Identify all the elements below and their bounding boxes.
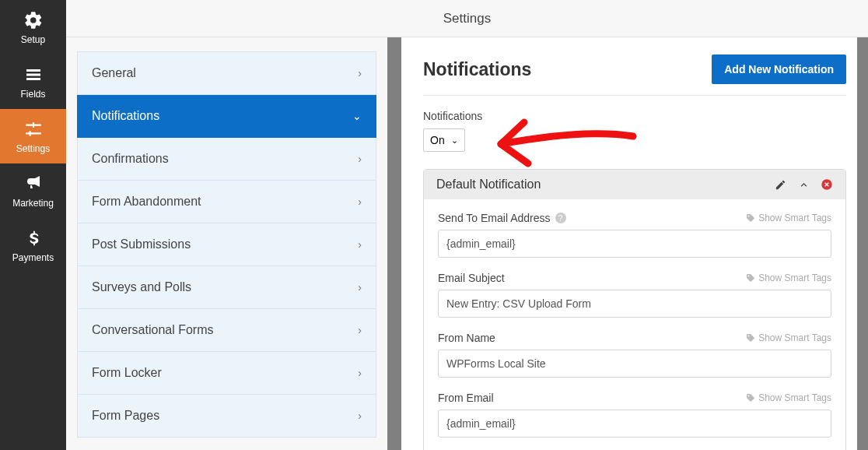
- chevron-right-icon: ›: [358, 281, 362, 294]
- sliders-icon: [23, 118, 44, 140]
- notification-box-title: Default Notification: [436, 178, 541, 192]
- edit-icon[interactable]: [774, 178, 786, 191]
- help-icon[interactable]: ?: [555, 213, 566, 223]
- sidebar-item-label: Payments: [12, 252, 54, 263]
- svg-rect-2: [26, 78, 40, 80]
- add-new-notification-button[interactable]: Add New Notification: [712, 54, 846, 84]
- sidebar-item-payments[interactable]: Payments: [0, 218, 66, 272]
- from-name-input[interactable]: [438, 350, 831, 378]
- sidebar-item-setup[interactable]: Setup: [0, 0, 66, 54]
- bullhorn-icon: [23, 173, 44, 195]
- gear-icon: [23, 9, 44, 31]
- menu-item-label: Surveys and Polls: [92, 280, 191, 294]
- chevron-right-icon: ›: [358, 367, 362, 379]
- svg-rect-0: [26, 69, 40, 72]
- sidebar-item-fields[interactable]: Fields: [0, 54, 66, 109]
- right-edge-strip: [857, 37, 868, 450]
- field-label: Email Subject: [438, 272, 505, 284]
- chevron-right-icon: ›: [358, 410, 362, 422]
- menu-item-general[interactable]: General ›: [77, 52, 376, 95]
- chevron-right-icon: ›: [358, 153, 362, 165]
- sidebar-item-label: Setup: [21, 34, 45, 45]
- content-panel: Notifications Add New Notification Notif…: [401, 37, 868, 450]
- column-divider: [387, 37, 401, 450]
- notifications-toggle-select[interactable]: On ⌄: [423, 128, 465, 152]
- list-icon: [23, 64, 44, 86]
- show-smart-tags-link[interactable]: Show Smart Tags: [746, 332, 831, 343]
- field-label: From Name: [438, 332, 495, 344]
- chevron-right-icon: ›: [358, 195, 362, 208]
- show-smart-tags-link[interactable]: Show Smart Tags: [746, 213, 831, 223]
- chevron-right-icon: ›: [358, 238, 362, 251]
- email-subject-input[interactable]: [438, 290, 831, 318]
- menu-item-label: Form Abandonment: [92, 195, 201, 209]
- sidebar-item-marketing[interactable]: Marketing: [0, 163, 66, 218]
- menu-item-form-locker[interactable]: Form Locker ›: [77, 352, 376, 395]
- sidebar-item-settings[interactable]: Settings: [0, 109, 66, 163]
- toggle-value: On: [430, 134, 445, 146]
- menu-item-form-abandonment[interactable]: Form Abandonment ›: [77, 181, 376, 223]
- sidebar-item-label: Marketing: [12, 198, 54, 209]
- menu-item-label: Post Submissions: [92, 237, 191, 251]
- dollar-icon: [23, 227, 44, 249]
- chevron-down-icon: ⌄: [451, 135, 458, 146]
- page-title: Settings: [66, 0, 868, 37]
- delete-icon[interactable]: [821, 178, 833, 191]
- show-smart-tags-link[interactable]: Show Smart Tags: [746, 272, 831, 283]
- settings-menu: General › Notifications ⌄ Confirmations …: [66, 37, 387, 450]
- sidebar-item-label: Settings: [16, 143, 50, 154]
- menu-item-post-submissions[interactable]: Post Submissions ›: [77, 223, 376, 266]
- annotation-arrow-icon: [478, 105, 641, 175]
- menu-item-surveys-polls[interactable]: Surveys and Polls ›: [77, 266, 376, 309]
- notification-box: Default Notification: [423, 169, 846, 450]
- show-smart-tags-link[interactable]: Show Smart Tags: [746, 392, 831, 403]
- header: Settings: [66, 0, 868, 37]
- main-sidebar: Setup Fields Settings Marketing Payments: [0, 0, 66, 450]
- content-title: Notifications: [423, 59, 531, 80]
- menu-item-conversational-forms[interactable]: Conversational Forms ›: [77, 309, 376, 352]
- field-label: From Email: [438, 392, 494, 404]
- menu-item-label: Conversational Forms: [92, 323, 214, 337]
- send-to-email-input[interactable]: [438, 230, 831, 258]
- chevron-right-icon: ›: [358, 324, 362, 336]
- from-email-input[interactable]: [438, 410, 831, 438]
- sidebar-item-label: Fields: [20, 89, 45, 100]
- chevron-down-icon: ⌄: [352, 110, 362, 122]
- menu-item-label: Confirmations: [92, 152, 169, 166]
- menu-item-label: Form Pages: [92, 409, 159, 423]
- menu-item-confirmations[interactable]: Confirmations ›: [77, 138, 376, 181]
- menu-item-label: General: [92, 66, 136, 80]
- collapse-icon[interactable]: [797, 178, 810, 191]
- menu-item-label: Notifications: [92, 109, 159, 123]
- field-label: Send To Email Address: [438, 212, 551, 224]
- menu-item-notifications[interactable]: Notifications ⌄: [77, 95, 376, 138]
- svg-rect-1: [26, 74, 40, 76]
- menu-item-label: Form Locker: [92, 366, 162, 380]
- chevron-right-icon: ›: [358, 67, 362, 79]
- menu-item-form-pages[interactable]: Form Pages ›: [77, 395, 376, 438]
